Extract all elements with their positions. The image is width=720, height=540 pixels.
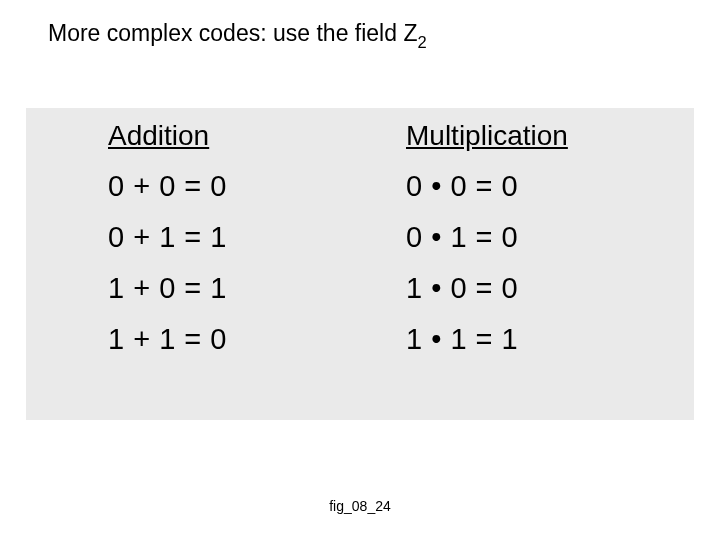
title-text: More complex codes: use the field Z <box>48 20 417 46</box>
multiplication-column: Multiplication 0 • 0 = 0 0 • 1 = 0 1 • 0… <box>406 120 568 356</box>
multiplication-row: 1 • 1 = 1 <box>406 323 568 356</box>
figure-caption: fig_08_24 <box>0 498 720 514</box>
addition-heading: Addition <box>108 120 227 152</box>
multiplication-row: 1 • 0 = 0 <box>406 272 568 305</box>
addition-column: Addition 0 + 0 = 0 0 + 1 = 1 1 + 0 = 1 1… <box>108 120 227 356</box>
addition-row: 0 + 0 = 0 <box>108 170 227 203</box>
addition-rows: 0 + 0 = 0 0 + 1 = 1 1 + 0 = 1 1 + 1 = 0 <box>108 170 227 356</box>
multiplication-row: 0 • 1 = 0 <box>406 221 568 254</box>
addition-row: 1 + 1 = 0 <box>108 323 227 356</box>
addition-row: 0 + 1 = 1 <box>108 221 227 254</box>
slide-title: More complex codes: use the field Z2 <box>48 20 427 52</box>
multiplication-rows: 0 • 0 = 0 0 • 1 = 0 1 • 0 = 0 1 • 1 = 1 <box>406 170 568 356</box>
multiplication-row: 0 • 0 = 0 <box>406 170 568 203</box>
addition-row: 1 + 0 = 1 <box>108 272 227 305</box>
slide: More complex codes: use the field Z2 Add… <box>0 0 720 540</box>
title-subscript: 2 <box>417 33 426 52</box>
multiplication-heading: Multiplication <box>406 120 568 152</box>
figure-panel: Addition 0 + 0 = 0 0 + 1 = 1 1 + 0 = 1 1… <box>26 108 694 420</box>
